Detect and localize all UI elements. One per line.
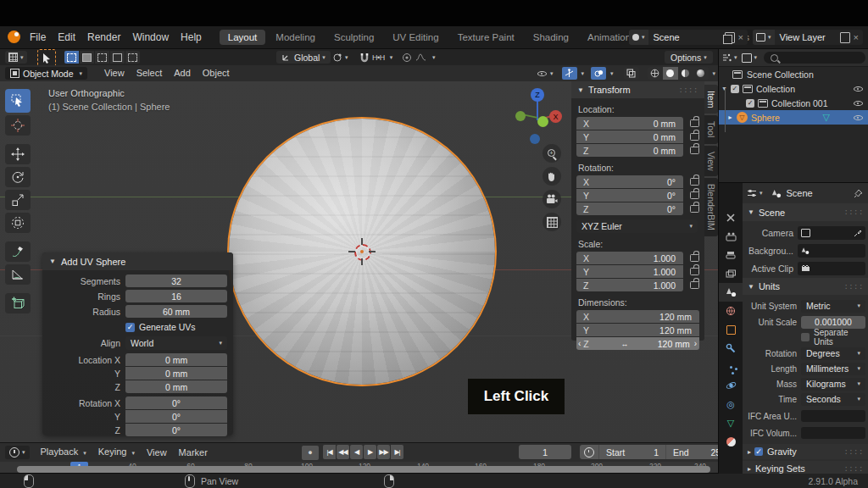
gizmo-z-ball[interactable]: Z: [531, 88, 544, 102]
unit-system-dropdown[interactable]: Metric▾: [801, 300, 865, 313]
view-layer-name[interactable]: View Layer: [775, 32, 840, 42]
rotation-z-field[interactable]: Z0°: [576, 202, 683, 215]
background-field[interactable]: [798, 244, 865, 258]
keying-sets-panel-header[interactable]: ▸ Keying Sets ::::: [743, 461, 868, 474]
play-reverse-button[interactable]: ◀: [350, 445, 363, 459]
select-mode-subtract-button[interactable]: [95, 51, 109, 64]
lock-icon[interactable]: [690, 191, 699, 199]
menu-help[interactable]: Help: [175, 28, 208, 47]
gizmo-x-ball[interactable]: X: [549, 110, 562, 123]
chevron-down-icon[interactable]: ▾: [581, 70, 585, 77]
lock-icon[interactable]: [690, 119, 699, 127]
rotation-x-field[interactable]: X0°: [576, 175, 683, 188]
next-keyframe-button[interactable]: ▶▶: [377, 445, 390, 459]
outliner-search-input[interactable]: [764, 52, 865, 64]
dimension-x-field[interactable]: X120 mm: [576, 310, 699, 323]
sidebar-tab-item[interactable]: Item: [704, 85, 718, 114]
lock-icon[interactable]: [690, 178, 699, 186]
properties-tab-constraints[interactable]: ◎: [719, 395, 743, 413]
scene-panel-header[interactable]: ▼ Scene ::::: [743, 203, 868, 221]
lock-icon[interactable]: [690, 254, 699, 262]
view-layer-browse-button[interactable]: ▾: [753, 30, 775, 45]
sidebar-tab-view[interactable]: View: [704, 146, 718, 177]
active-clip-field[interactable]: [798, 262, 865, 275]
properties-tab-material[interactable]: [719, 432, 743, 451]
outliner-row-collection-001[interactable]: ✓ Collection 001: [719, 96, 868, 110]
lock-icon[interactable]: [690, 133, 699, 141]
tab-uv-editing[interactable]: UV Editing: [384, 30, 447, 45]
menu-select[interactable]: Select: [131, 65, 169, 81]
hide-eye-icon[interactable]: [854, 98, 864, 108]
properties-tab-render[interactable]: [719, 227, 743, 246]
active-tool-button[interactable]: [37, 49, 56, 67]
use-preview-range-button[interactable]: [580, 447, 598, 458]
eyedropper-icon[interactable]: [854, 229, 862, 237]
unlink-scene-icon[interactable]: ×: [738, 32, 748, 42]
menu-file[interactable]: File: [24, 28, 52, 47]
tool-cursor[interactable]: [5, 115, 31, 136]
separate-units-checkbox[interactable]: [801, 333, 810, 341]
unit-scale-field[interactable]: 0.001000: [801, 316, 865, 329]
properties-tab-output[interactable]: [719, 246, 743, 264]
tool-add-cube[interactable]: [5, 293, 31, 313]
xray-toggle[interactable]: [624, 67, 639, 80]
lock-icon[interactable]: [690, 268, 699, 275]
location-y-field[interactable]: Y0 mm: [576, 130, 683, 143]
properties-editor-type-button[interactable]: ▾: [747, 189, 763, 197]
outliner-row-scene-collection[interactable]: Scene Collection: [719, 67, 868, 81]
outliner-row-collection[interactable]: ▼ ✓ Collection: [719, 81, 868, 96]
navigation-gizmo[interactable]: Z X: [514, 86, 566, 144]
radius-field[interactable]: 60 mm: [125, 305, 227, 318]
new-scene-icon[interactable]: [725, 32, 735, 43]
snapping-controls[interactable]: H•H ▾: [359, 51, 392, 64]
panel-grip-icon[interactable]: ::::: [844, 283, 864, 291]
segments-field[interactable]: 32: [125, 274, 227, 287]
pin-icon[interactable]: [854, 189, 863, 198]
dimension-y-field[interactable]: Y120 mm: [576, 324, 699, 336]
options-dropdown[interactable]: Options ▾: [665, 51, 713, 64]
zoom-button[interactable]: +: [542, 144, 561, 163]
properties-tab-object[interactable]: [719, 320, 743, 339]
properties-tab-view-layer[interactable]: [719, 264, 743, 283]
align-dropdown[interactable]: World▾: [125, 336, 227, 350]
op-rotation-z-field[interactable]: 0°: [125, 424, 227, 436]
tool-annotate[interactable]: [5, 241, 31, 262]
sidebar-tab-blenderbim[interactable]: BlenderBIM: [704, 178, 718, 236]
scale-y-field[interactable]: Y1.000: [576, 265, 683, 278]
operator-panel-header[interactable]: ▼ Add UV Sphere: [42, 252, 233, 270]
generate-uvs-checkbox[interactable]: ✓: [125, 323, 135, 332]
tab-texture-paint[interactable]: Texture Paint: [449, 30, 523, 45]
tool-rotate[interactable]: [5, 167, 31, 187]
units-panel-header[interactable]: ▼ Units ::::: [743, 278, 868, 295]
blender-logo-icon[interactable]: [8, 30, 20, 43]
rings-field[interactable]: 16: [125, 290, 227, 302]
tab-modeling[interactable]: Modeling: [267, 30, 324, 45]
jump-to-end-button[interactable]: ▶|: [391, 445, 403, 459]
shading-rendered-button[interactable]: [693, 67, 709, 80]
tab-layout[interactable]: Layout: [220, 30, 266, 45]
tool-scale[interactable]: [5, 190, 31, 210]
tool-move[interactable]: [5, 144, 31, 164]
shading-material-button[interactable]: [678, 67, 693, 80]
new-view-layer-icon[interactable]: [840, 32, 850, 43]
editor-type-button[interactable]: ▾: [5, 51, 27, 64]
location-x-field[interactable]: X0 mm: [576, 117, 683, 130]
gizmo-neg-z-ball[interactable]: [530, 134, 540, 144]
panel-grip-icon[interactable]: ::::: [679, 86, 698, 94]
lock-icon[interactable]: [690, 281, 699, 289]
properties-tab-world[interactable]: [719, 302, 743, 320]
tab-shading[interactable]: Shading: [525, 30, 577, 45]
outliner-display-mode-button[interactable]: ▾: [742, 53, 758, 63]
hide-eye-icon[interactable]: [854, 84, 864, 93]
camera-field[interactable]: [798, 226, 865, 240]
hide-eye-icon[interactable]: [854, 113, 864, 122]
scene-name[interactable]: Scene: [648, 32, 725, 42]
menu-keying[interactable]: Keying ▾: [92, 442, 141, 463]
menu-edit[interactable]: Edit: [52, 28, 81, 47]
panel-grip-icon[interactable]: ::::: [844, 465, 864, 473]
gizmo-y-ball[interactable]: [537, 116, 548, 127]
current-frame-field[interactable]: 1: [519, 445, 571, 459]
select-mode-new-button[interactable]: [64, 51, 79, 64]
orientation-dropdown[interactable]: Global ▾: [276, 51, 331, 64]
properties-tab-particles[interactable]: [719, 358, 743, 376]
